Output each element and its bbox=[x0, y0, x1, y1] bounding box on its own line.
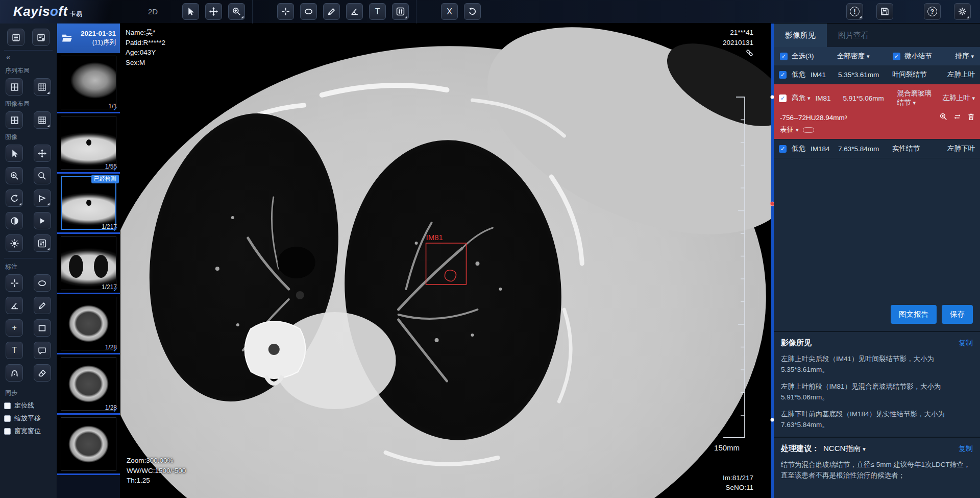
risk-level-dropdown[interactable]: 高危 bbox=[792, 93, 811, 103]
collapse-sidebar-button[interactable]: « bbox=[4, 51, 53, 62]
detected-badge: 已经检测 bbox=[91, 175, 119, 183]
series-thumbnail-panel: 2021-01-31 (11)序列 1/1 1/55 已经检测 bbox=[57, 23, 120, 498]
series-layout-grid-button[interactable] bbox=[34, 78, 51, 96]
delete-nodule-icon[interactable] bbox=[967, 113, 975, 122]
text-tool-button[interactable]: T bbox=[369, 3, 386, 20]
locate-nodule-icon[interactable] bbox=[940, 113, 947, 122]
nodule-location-dropdown[interactable]: 左肺上叶 bbox=[942, 93, 975, 103]
checkbox-zoom-pan[interactable] bbox=[4, 415, 11, 422]
series-layout-2x2-button[interactable] bbox=[6, 78, 23, 96]
copy-findings-link[interactable]: 复制 bbox=[959, 339, 973, 348]
thumbnail-panel-icon[interactable] bbox=[7, 29, 24, 46]
image-layout-grid-button[interactable] bbox=[34, 111, 51, 129]
trait-dropdown[interactable]: 表征 bbox=[780, 125, 799, 134]
text-annotate-icon[interactable]: T bbox=[6, 342, 23, 359]
thumbnail-list: 1/1 1/55 已经检测 1/217 1/217 bbox=[57, 53, 120, 498]
nodule-checkbox[interactable] bbox=[779, 71, 787, 79]
checkbox-localizer-line[interactable] bbox=[4, 402, 11, 409]
localizer-tool-button[interactable] bbox=[277, 3, 294, 20]
tab-image-findings[interactable]: 影像所见 bbox=[774, 23, 827, 47]
redetect-icon[interactable] bbox=[953, 113, 961, 122]
tab-image-view[interactable]: 图片查看 bbox=[827, 23, 880, 47]
save-icon[interactable] bbox=[876, 3, 893, 20]
study-header[interactable]: 2021-01-31 (11)序列 bbox=[57, 23, 120, 53]
ellipse-annotate-icon[interactable] bbox=[34, 274, 51, 292]
report-button[interactable]: 图文报告 bbox=[891, 305, 937, 324]
crosshair-icon[interactable] bbox=[6, 274, 23, 292]
comment-bubble-icon[interactable] bbox=[34, 342, 51, 359]
angle-tool-button[interactable] bbox=[346, 3, 363, 20]
measure-tool-button[interactable] bbox=[323, 3, 340, 20]
alert-icon[interactable]: ! bbox=[846, 3, 863, 20]
image-layout-2x2-button[interactable] bbox=[6, 111, 23, 129]
nodule-row-selected[interactable]: 高危 IM81 5.91*5.06mm 混合磨玻璃结节 左肺上叶 -756--7… bbox=[774, 84, 980, 139]
slice-thickness: Th:1.25 bbox=[127, 476, 186, 486]
series-thumbnail[interactable]: 1/28 bbox=[57, 294, 120, 354]
copy-recommendation-link[interactable]: 复制 bbox=[959, 444, 973, 454]
trait-toggle[interactable] bbox=[803, 127, 814, 133]
pan-tool-button[interactable] bbox=[205, 3, 222, 20]
series-thumbnail[interactable] bbox=[57, 415, 120, 475]
pan-icon[interactable] bbox=[34, 145, 51, 162]
reset-view-button[interactable] bbox=[464, 3, 481, 20]
density-filter-dropdown[interactable]: 全部密度 bbox=[837, 52, 870, 61]
ellipse-tool-button[interactable] bbox=[300, 3, 317, 20]
search-icon[interactable] bbox=[34, 167, 51, 184]
ct-viewport[interactable]: IM81 150mm Name:吴* Patid:R*****2 Age:043… bbox=[120, 23, 774, 498]
series-thumbnail[interactable]: 1/28 bbox=[57, 354, 120, 415]
zoom-tool-button[interactable] bbox=[228, 3, 245, 20]
nodule-row[interactable]: 低危 IM41 5.35*3.61mm 叶间裂结节 左肺上叶 bbox=[774, 65, 980, 84]
series-thumbnail[interactable]: 1/55 bbox=[57, 113, 120, 174]
current-slice-dot[interactable] bbox=[770, 202, 774, 206]
series-thumbnail[interactable]: 1/1 bbox=[57, 53, 120, 113]
section-label-series-layout: 序列布局 bbox=[5, 66, 53, 75]
cine-play-icon[interactable] bbox=[34, 212, 51, 229]
sync-option-localizer[interactable]: 定位线 bbox=[4, 401, 53, 410]
help-icon[interactable]: ? bbox=[924, 3, 941, 20]
slice-position-scrollbar[interactable] bbox=[771, 23, 774, 498]
link-icon[interactable] bbox=[746, 49, 753, 60]
rotate-icon[interactable] bbox=[6, 189, 23, 207]
ruler-annotate-icon[interactable] bbox=[34, 297, 51, 314]
invert-icon[interactable] bbox=[6, 212, 23, 229]
select-all-checkbox[interactable] bbox=[780, 53, 788, 60]
point-annotate-icon[interactable]: + bbox=[6, 319, 23, 337]
nodule-size: 5.91*5.06mm bbox=[843, 94, 892, 102]
save-button[interactable]: 保存 bbox=[942, 305, 973, 324]
panel-tabs: 影像所见 图片查看 bbox=[774, 23, 980, 47]
series-check-icon bbox=[113, 286, 118, 293]
brightness-icon[interactable] bbox=[6, 234, 23, 252]
sort-dropdown[interactable]: 排序 bbox=[955, 52, 974, 61]
nodule-image-index: IM184 bbox=[811, 145, 833, 153]
cursor-tool-button[interactable] bbox=[182, 3, 199, 20]
settings-gear-icon[interactable] bbox=[954, 3, 971, 20]
angle-annotate-icon[interactable] bbox=[6, 297, 23, 314]
app-window: Kayisoft卡易 2D T X ! ? bbox=[0, 0, 980, 498]
nodule-checkbox[interactable] bbox=[779, 94, 787, 102]
study-info-overlay: 21***41 20210131 bbox=[723, 28, 753, 60]
topbar: Kayisoft卡易 2D T X ! ? bbox=[0, 0, 980, 23]
flip-icon[interactable] bbox=[34, 189, 51, 207]
sync-option-window[interactable]: 窗宽窗位 bbox=[4, 426, 53, 436]
nodule-row[interactable]: 低危 IM184 7.63*5.84mm 实性结节 左肺下叶 bbox=[774, 139, 980, 158]
nodule-size: 7.63*5.84mm bbox=[838, 145, 887, 153]
sync-option-zoom-pan[interactable]: 缩放平移 bbox=[4, 414, 53, 423]
series-thumbnail[interactable]: 1/217 bbox=[57, 234, 120, 294]
nodule-type-dropdown[interactable]: 混合磨玻璃结节 bbox=[897, 89, 938, 107]
checkbox-window-level[interactable] bbox=[4, 428, 11, 435]
series-thumbnail-selected[interactable]: 已经检测 1/217 bbox=[57, 174, 120, 234]
delete-annotation-button[interactable]: X bbox=[441, 3, 458, 20]
rectangle-annotate-icon[interactable] bbox=[34, 319, 51, 337]
series-check-icon bbox=[113, 346, 118, 353]
eraser-icon[interactable] bbox=[34, 364, 51, 382]
window-level-icon[interactable] bbox=[34, 234, 51, 252]
cursor-icon[interactable] bbox=[6, 145, 23, 162]
nodule-checkbox[interactable] bbox=[779, 145, 787, 153]
micro-nodule-checkbox[interactable] bbox=[893, 53, 900, 60]
zoom-in-icon[interactable] bbox=[6, 167, 23, 184]
guideline-dropdown[interactable]: NCCN指南 bbox=[823, 444, 866, 454]
window-level-tool-button[interactable] bbox=[392, 3, 409, 20]
arch-annotate-icon[interactable] bbox=[6, 364, 23, 382]
nodule-location: 左肺上叶 bbox=[947, 70, 975, 79]
close-panel-icon[interactable] bbox=[32, 29, 50, 46]
